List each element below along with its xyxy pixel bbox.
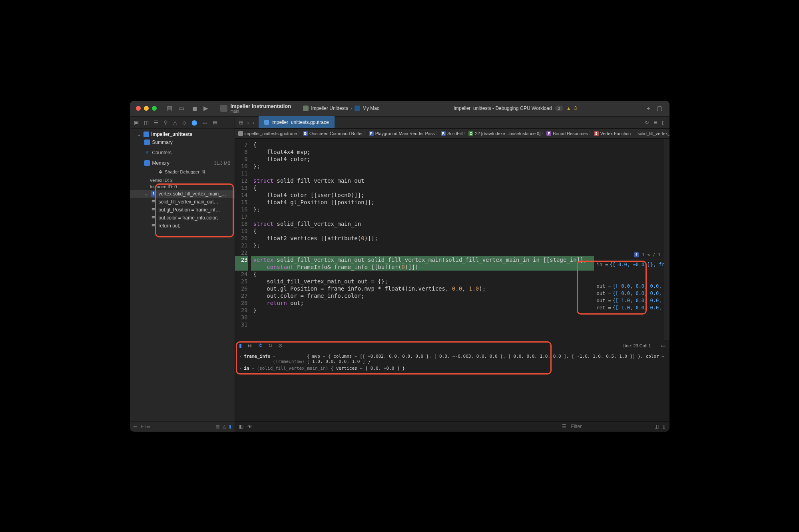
- back-button[interactable]: ‹: [247, 120, 249, 126]
- stop-button[interactable]: ◼: [192, 105, 197, 112]
- find-nav-icon[interactable]: ⚲: [164, 120, 168, 126]
- library-button[interactable]: ▢: [657, 105, 662, 112]
- crumb-item[interactable]: O22 [drawIndexe…baseInstance:0]: [468, 131, 540, 136]
- step-icon[interactable]: ⏯: [247, 343, 253, 349]
- b-icon: B: [303, 131, 308, 136]
- report-nav-icon[interactable]: ▤: [213, 120, 217, 126]
- section-title: Shader Debugger: [165, 169, 199, 174]
- gear-icon: ✲: [144, 150, 150, 155]
- line-label: out.gl_Position = frame_inf…: [159, 207, 220, 213]
- scheme-name: Impeller Unittests: [311, 106, 348, 111]
- f-icon: F: [546, 131, 551, 136]
- grid-icon[interactable]: ⊞: [239, 120, 243, 126]
- minimap[interactable]: [664, 139, 669, 340]
- project-nav-icon[interactable]: ▣: [134, 120, 139, 126]
- o-icon: O: [468, 131, 473, 136]
- crumb-item[interactable]: BOnscreen Command Buffer: [303, 131, 363, 136]
- add-button[interactable]: +: [647, 105, 650, 112]
- crumb-item[interactable]: SVertex Function — solid_fill_vertex_mai…: [594, 131, 669, 136]
- filter-opt-icon[interactable]: △: [223, 424, 226, 429]
- variable-row[interactable]: ›frame_info = (FrameInfo&) { mvp = { col…: [239, 353, 666, 365]
- filter-opt-icon[interactable]: ▮: [229, 424, 231, 429]
- split-icon[interactable]: ▯: [662, 120, 665, 126]
- filter-icon: ☰: [562, 424, 566, 429]
- tree-item[interactable]: ✲ Counters: [130, 149, 235, 157]
- s-icon: S: [594, 131, 599, 136]
- inspector-row[interactable]: in = {[ 0.0, ≈0.0 ]}, frar: [594, 261, 664, 268]
- scheme-selector[interactable]: Impeller Unittests › My Mac: [303, 106, 379, 111]
- disclosure-icon[interactable]: ›: [239, 354, 242, 364]
- split-icon[interactable]: ◫: [654, 424, 659, 429]
- symbol-nav-icon[interactable]: ☰: [154, 120, 159, 126]
- panel-icon[interactable]: ▭: [661, 343, 666, 349]
- run-button[interactable]: ▶: [203, 105, 208, 112]
- filter-input[interactable]: [140, 424, 212, 429]
- disclosure-icon[interactable]: ⌄: [144, 191, 148, 197]
- disclosure-icon[interactable]: ⌄: [137, 132, 141, 137]
- source-control-icon[interactable]: ◫: [144, 120, 149, 126]
- navigator-filter[interactable]: ☰ ▤ △ ▮: [130, 421, 235, 432]
- filter-opt-icon[interactable]: ▤: [215, 424, 219, 429]
- titlebar: ▤ ▭ ◼ ▶ Impeller Instrumentation main Im…: [130, 101, 669, 117]
- shader-line-item[interactable]: ☰ solid_fill_vertex_main_out…: [130, 198, 235, 206]
- warn-count: 3: [574, 106, 577, 111]
- editor-tab[interactable]: impeller_unittests.gputrace: [259, 116, 334, 128]
- activity-view[interactable]: impeller_unittests - Debugging GPU Workl…: [391, 106, 640, 111]
- forward-button[interactable]: ›: [253, 120, 255, 126]
- tree-root[interactable]: ⌄ impeller_unittests: [130, 130, 235, 138]
- navigator-selector[interactable]: ▣ ◫ ☰ ⚲ △ ◇ ⬤ ▭ ▤: [130, 117, 235, 129]
- fn-label: vertex solid_fill_vertex_main_…: [159, 191, 226, 197]
- shader-fn-item[interactable]: ⌄ f vertex solid_fill_vertex_main_…: [130, 190, 235, 198]
- inspector-row[interactable]: out = {[ 1.0, 0.0, 0.0, 1: [594, 297, 664, 304]
- jump-bar[interactable]: impeller_unittests.gputrace〉BOnscreen Co…: [235, 129, 669, 139]
- minimize-button[interactable]: [144, 106, 149, 111]
- tab-bar: ⊞ ‹ › impeller_unittests.gputrace ↻ ≡ ▯: [235, 117, 669, 129]
- test-nav-icon[interactable]: ◇: [182, 120, 186, 126]
- navigator-sidebar: ▣ ◫ ☰ ⚲ △ ◇ ⬤ ▭ ▤ ⌄ impeller_unittests: [130, 117, 235, 432]
- list-icon[interactable]: ≡: [654, 120, 657, 126]
- destination-name: My Mac: [363, 106, 379, 111]
- code-editor[interactable]: 7891011121314151617181920212223242526272…: [235, 139, 594, 340]
- console-filter-input[interactable]: [570, 423, 650, 430]
- tree-item[interactable]: Summary: [130, 138, 235, 146]
- crumb-label: Playground Main Render Pass: [375, 131, 435, 136]
- bug-icon[interactable]: ✲: [258, 343, 263, 349]
- nav-stack-icon[interactable]: ▭: [179, 105, 184, 112]
- issue-nav-icon[interactable]: △: [173, 120, 177, 126]
- variable-row[interactable]: ›in = (solid_fill_vertex_main_in) { vert…: [239, 365, 666, 372]
- fn-badge: f: [634, 252, 639, 257]
- tree-item[interactable]: Memory 31.3 MB: [130, 159, 235, 167]
- shader-line-item[interactable]: ☰ out.gl_Position = frame_inf…: [130, 206, 235, 214]
- breakpoint-nav-icon[interactable]: ▭: [203, 120, 207, 126]
- instance-id-label: Instance ID:: [150, 184, 173, 189]
- close-button[interactable]: [136, 106, 141, 111]
- zoom-button[interactable]: [152, 106, 157, 111]
- eye-icon[interactable]: 👁: [247, 424, 252, 429]
- debug-nav-icon[interactable]: ⬤: [191, 120, 197, 126]
- crumb-item[interactable]: PPlayground Main Render Pass: [369, 131, 435, 136]
- split-icon[interactable]: ▯: [663, 424, 666, 429]
- inspector-row[interactable]: out = {[ 0.0, 0.0, 0.0, 0: [594, 290, 664, 297]
- clear-icon[interactable]: ⊘: [278, 343, 283, 349]
- inspector-row[interactable]: out = {[ 0.0, 0.0, 0.0, 0: [594, 283, 664, 290]
- variables-view[interactable]: ›frame_info = (FrameInfo&) { mvp = { col…: [235, 351, 669, 421]
- tree-icon[interactable]: ◧: [239, 424, 243, 429]
- chevron-right-icon: 〉: [435, 130, 441, 136]
- refresh-icon[interactable]: ↻: [645, 120, 649, 126]
- inspector-row[interactable]: ret = {[ 1.0, 0.0, 0.0, 1: [594, 304, 664, 311]
- scope-icon[interactable]: ▮: [239, 343, 242, 349]
- disclosure-icon[interactable]: ›: [239, 366, 242, 371]
- shader-debugger-header[interactable]: ✲ Shader Debugger ⇅: [130, 167, 235, 177]
- reload-icon[interactable]: ↻: [268, 343, 273, 349]
- crumb-item[interactable]: FBound Resources: [546, 131, 588, 136]
- document-icon: [264, 120, 269, 125]
- crumb-item[interactable]: impeller_unittests.gputrace: [238, 131, 297, 136]
- project-title[interactable]: Impeller Instrumentation main: [220, 103, 291, 114]
- tab-label: impeller_unittests.gputrace: [271, 120, 329, 125]
- sidebar-toggle-icon[interactable]: ▤: [167, 105, 172, 112]
- shader-line-item[interactable]: ☰ return out;: [130, 222, 235, 230]
- shader-line-item[interactable]: ☰ out.color = frame_info.color;: [130, 214, 235, 222]
- app-name: Impeller Instrumentation: [231, 103, 291, 109]
- crumb-item[interactable]: RSolidFill: [441, 131, 463, 136]
- gutter: 7891011121314151617181920212223242526272…: [235, 139, 251, 340]
